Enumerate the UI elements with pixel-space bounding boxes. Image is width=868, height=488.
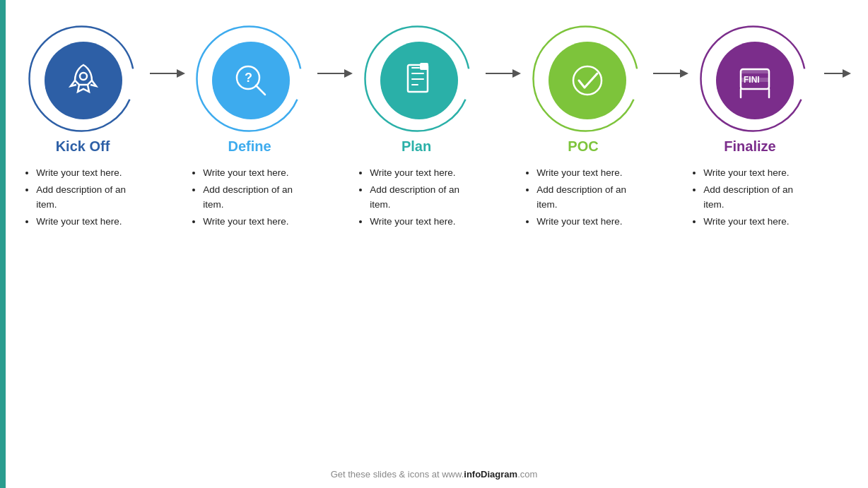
bullet-item: Write your text here. — [370, 166, 475, 180]
step-define: ? — [185, 24, 318, 137]
svg-rect-12 — [421, 64, 428, 69]
step-label-plan: Plan Write your text here.Add descriptio… — [351, 138, 482, 232]
step-label-text: Finalize — [724, 138, 775, 155]
arrow-icon — [150, 65, 185, 82]
bullet-item: Write your text here. — [203, 215, 308, 229]
bullet-item: Write your text here. — [703, 166, 809, 180]
bullet-item: Add description of an item. — [536, 183, 642, 212]
bullet-item: Add description of an item. — [203, 183, 308, 212]
svg-rect-25 — [741, 78, 769, 82]
step-label-kickoff: Kick Off Write your text here.Add descri… — [17, 138, 148, 232]
bullet-list: Write your text here.Add description of … — [23, 166, 141, 232]
footer: Get these slides & icons at www.infoDiag… — [0, 469, 868, 480]
step-label-text: POC — [568, 138, 598, 155]
step-label-define: Define Write your text here.Add descript… — [184, 138, 315, 232]
step-label-poc: POC Write your text here.Add description… — [517, 138, 649, 232]
bullet-item: Write your text here. — [203, 166, 308, 180]
step-kickoff — [17, 24, 150, 137]
step-label-finalize: Finalize Write your text here.Add descri… — [684, 138, 816, 232]
svg-marker-3 — [177, 69, 185, 78]
steps-labels-row: Kick Off Write your text here.Add descri… — [0, 137, 868, 232]
arrow-icon — [653, 65, 688, 82]
step-label-text: Kick Off — [56, 138, 110, 155]
arrow-icon-last — [824, 65, 851, 82]
footer-text: Get these slides & icons at www.infoDiag… — [331, 469, 538, 480]
steps-row: ? — [0, 24, 868, 137]
step-poc — [521, 24, 654, 137]
bullet-item: Write your text here. — [703, 215, 809, 229]
bullet-item: Add description of an item. — [703, 183, 809, 212]
step-plan — [353, 24, 486, 137]
bullet-list: Write your text here.Add description of … — [691, 166, 809, 232]
step-label-text: Define — [228, 138, 271, 155]
bullet-item: Write your text here. — [536, 215, 642, 229]
step-finalize: FINI — [688, 24, 821, 137]
bullet-list: Write your text here.Add description of … — [357, 166, 475, 232]
bullet-item: Write your text here. — [36, 215, 141, 229]
bullet-item: Write your text here. — [370, 215, 475, 229]
svg-marker-14 — [512, 69, 521, 78]
arrow-connector-0 — [150, 65, 185, 96]
arrow-connector-3 — [653, 65, 688, 96]
svg-marker-18 — [680, 69, 688, 78]
bullet-item: Write your text here. — [536, 166, 642, 180]
svg-marker-27 — [843, 69, 851, 78]
svg-text:?: ? — [245, 71, 252, 85]
header — [0, 0, 868, 24]
bullet-item: Add description of an item. — [370, 183, 475, 212]
left-accent — [0, 0, 6, 488]
bullet-item: Write your text here. — [36, 166, 141, 180]
bullet-list: Write your text here.Add description of … — [524, 166, 642, 232]
svg-marker-9 — [344, 69, 353, 78]
arrow-connector-1 — [317, 65, 353, 96]
svg-point-16 — [573, 66, 602, 95]
arrow-icon — [486, 65, 521, 82]
arrow-connector-2 — [486, 65, 521, 96]
arrow-icon — [317, 65, 353, 82]
bullet-list: Write your text here.Add description of … — [190, 166, 308, 232]
arrow-connector-last — [821, 65, 851, 96]
svg-point-1 — [80, 73, 87, 80]
svg-rect-24 — [741, 69, 769, 73]
footer-brand: infoDiagram — [464, 469, 517, 480]
bullet-item: Add description of an item. — [36, 183, 141, 212]
svg-line-6 — [256, 85, 265, 95]
step-label-text: Plan — [401, 138, 431, 155]
